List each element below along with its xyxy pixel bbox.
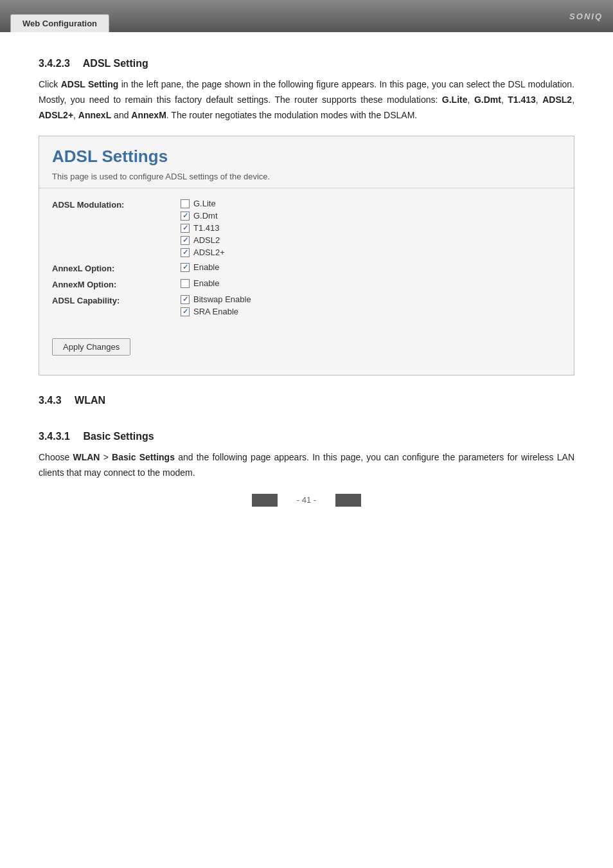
checkbox-annexl-enable-box[interactable]	[181, 263, 190, 272]
section-heading-adsl-setting: 3.4.2.3 ADSL Setting	[39, 58, 574, 69]
checkbox-t1413-label: T1.413	[193, 223, 219, 233]
checkbox-sra-label: SRA Enable	[193, 307, 238, 316]
annexl-bold: AnnexL	[78, 110, 111, 120]
checkbox-bitswap[interactable]: Bitswap Enable	[181, 294, 561, 304]
modulation-controls: G.Lite G.Dmt T1.413 ADSL2	[181, 199, 561, 257]
adsl-setting-bold: ADSL Setting	[61, 79, 119, 89]
checkbox-sra-box[interactable]	[181, 307, 190, 316]
modulation-label: ADSL Modulation:	[52, 199, 181, 210]
adsl-panel-title: ADSL Settings	[39, 136, 574, 172]
checkbox-annexm-enable[interactable]: Enable	[181, 278, 561, 288]
header-bar: Web Configuration soniq	[0, 0, 613, 32]
checkbox-gdmt-label: G.Dmt	[193, 211, 218, 221]
checkbox-glite-box[interactable]	[181, 199, 190, 208]
annexm-bold: AnnexM	[131, 110, 166, 120]
page-number: - 41 -	[297, 495, 316, 505]
page-footer: - 41 -	[39, 494, 574, 507]
adsl-panel-subtitle: This page is used to configure ADSL sett…	[39, 172, 574, 188]
basic-settings-bold: Basic Settings	[112, 452, 175, 462]
spacer2	[39, 414, 574, 424]
checkbox-bitswap-label: Bitswap Enable	[193, 294, 251, 304]
section-num-basic: 3.4.3.1	[39, 431, 70, 442]
section-heading-basic-settings: 3.4.3.1 Basic Settings	[39, 431, 574, 442]
section-title-basic: Basic Settings	[83, 431, 154, 442]
annexm-label: AnnexM Option:	[52, 278, 181, 289]
checkbox-glite-label: G.Lite	[193, 199, 216, 208]
checkbox-bitswap-box[interactable]	[181, 295, 190, 304]
checkbox-annexm-enable-label: Enable	[193, 278, 219, 288]
apply-changes-button[interactable]: Apply Changes	[52, 338, 130, 356]
checkbox-gdmt[interactable]: G.Dmt	[181, 211, 561, 221]
checkbox-annexl-enable[interactable]: Enable	[181, 262, 561, 272]
section-title-wlan: WLAN	[75, 395, 105, 406]
wlan-bold: WLAN	[73, 452, 100, 462]
annexm-row: AnnexM Option: Enable	[52, 278, 561, 289]
adsl-intro-text: Click ADSL Setting in the left pane, the…	[39, 77, 574, 123]
checkbox-adsl2plus-label: ADSL2+	[193, 248, 225, 257]
spacer	[52, 321, 561, 332]
checkbox-adsl2[interactable]: ADSL2	[181, 235, 561, 245]
annexl-controls: Enable	[181, 262, 561, 272]
section-num-wlan: 3.4.3	[39, 395, 62, 406]
modulation-row: ADSL Modulation: G.Lite G.Dmt	[52, 199, 561, 257]
checkbox-annexl-enable-label: Enable	[193, 262, 219, 272]
adsl-settings-panel: ADSL Settings This page is used to confi…	[39, 136, 574, 375]
checkbox-gdmt-box[interactable]	[181, 212, 190, 221]
basic-settings-intro-text: Choose WLAN > Basic Settings and the fol…	[39, 450, 574, 481]
adsl2-bold: ADSL2	[542, 95, 572, 105]
brand-logo: soniq	[569, 12, 603, 21]
footer-block-left	[252, 494, 278, 507]
checkbox-glite[interactable]: G.Lite	[181, 199, 561, 208]
checkbox-sra[interactable]: SRA Enable	[181, 307, 561, 316]
section-heading-wlan: 3.4.3 WLAN	[39, 395, 574, 406]
checkbox-t1413-box[interactable]	[181, 224, 190, 233]
capability-row: ADSL Capability: Bitswap Enable SRA Enab…	[52, 294, 561, 316]
checkbox-adsl2plus[interactable]: ADSL2+	[181, 248, 561, 257]
footer-block-right	[335, 494, 361, 507]
capability-label: ADSL Capability:	[52, 294, 181, 305]
checkbox-adsl2-label: ADSL2	[193, 235, 220, 245]
checkbox-adsl2plus-box[interactable]	[181, 248, 190, 257]
annexl-label: AnnexL Option:	[52, 262, 181, 273]
glite-bold: G.Lite	[442, 95, 468, 105]
gdmt-bold: G.Dmt	[474, 95, 501, 105]
main-content: 3.4.2.3 ADSL Setting Click ADSL Setting …	[0, 32, 613, 532]
section-title-adsl: ADSL Setting	[83, 58, 148, 69]
annexm-controls: Enable	[181, 278, 561, 288]
checkbox-adsl2-box[interactable]	[181, 236, 190, 245]
checkbox-annexm-enable-box[interactable]	[181, 279, 190, 288]
web-configuration-tab[interactable]: Web Configuration	[10, 14, 109, 32]
t1413-bold: T1.413	[508, 95, 536, 105]
section-num-adsl: 3.4.2.3	[39, 58, 70, 69]
apply-btn-row: Apply Changes	[39, 332, 574, 362]
capability-controls: Bitswap Enable SRA Enable	[181, 294, 561, 316]
adsl-settings-table: ADSL Modulation: G.Lite G.Dmt	[39, 199, 574, 332]
adsl2plus-bold: ADSL2+	[39, 110, 73, 120]
checkbox-t1413[interactable]: T1.413	[181, 223, 561, 233]
annexl-row: AnnexL Option: Enable	[52, 262, 561, 273]
